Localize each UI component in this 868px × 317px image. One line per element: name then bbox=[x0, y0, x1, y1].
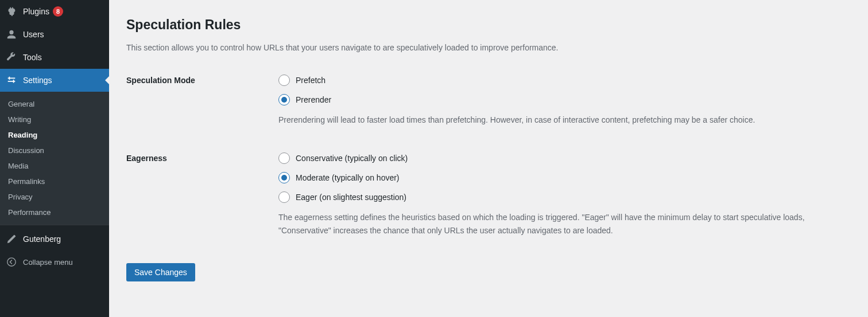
svg-point-0 bbox=[7, 258, 16, 266]
collapse-icon bbox=[6, 256, 17, 268]
radio-input[interactable] bbox=[278, 94, 290, 105]
radio-eager[interactable]: Eager (on slightest suggestion) bbox=[278, 191, 841, 203]
settings-submenu: General Writing Reading Discussion Media… bbox=[0, 92, 109, 225]
submenu-item-performance[interactable]: Performance bbox=[0, 205, 109, 220]
radio-label: Conservative (typically on click) bbox=[296, 154, 408, 163]
main-content: Speculation Rules This section allows yo… bbox=[109, 0, 868, 317]
radio-label: Moderate (typically on hover) bbox=[296, 173, 400, 182]
pencil-icon bbox=[6, 233, 17, 245]
eagerness-label: Eagerness bbox=[126, 152, 278, 163]
section-title: Speculation Rules bbox=[126, 17, 857, 33]
radio-label: Eager (on slightest suggestion) bbox=[296, 193, 406, 202]
speculation-mode-row: Speculation Mode Prefetch Prerender Prer… bbox=[126, 75, 857, 126]
radio-input[interactable] bbox=[278, 75, 290, 86]
collapse-menu-button[interactable]: Collapse menu bbox=[0, 251, 109, 273]
sidebar-item-label: Settings bbox=[23, 76, 52, 85]
radio-label: Prefetch bbox=[296, 76, 326, 85]
sidebar-item-tools[interactable]: Tools bbox=[0, 46, 109, 69]
collapse-label: Collapse menu bbox=[23, 258, 73, 267]
mode-help-text: Prerendering will lead to faster load ti… bbox=[278, 114, 841, 126]
radio-prefetch[interactable]: Prefetch bbox=[278, 75, 841, 86]
submenu-item-permalinks[interactable]: Permalinks bbox=[0, 174, 109, 189]
save-changes-button[interactable]: Save Changes bbox=[126, 263, 195, 281]
plug-icon bbox=[6, 6, 17, 17]
sidebar-item-label: Users bbox=[23, 30, 44, 39]
radio-input[interactable] bbox=[278, 172, 290, 183]
sliders-icon bbox=[6, 75, 17, 86]
sidebar-item-label: Gutenberg bbox=[23, 234, 61, 244]
submenu-item-discussion[interactable]: Discussion bbox=[0, 143, 109, 158]
section-description: This section allows you to control how U… bbox=[126, 42, 857, 54]
radio-prerender[interactable]: Prerender bbox=[278, 94, 841, 105]
sidebar-item-gutenberg[interactable]: Gutenberg bbox=[0, 228, 109, 251]
speculation-mode-label: Speculation Mode bbox=[126, 75, 278, 85]
radio-label: Prerender bbox=[296, 95, 331, 104]
radio-moderate[interactable]: Moderate (typically on hover) bbox=[278, 172, 841, 183]
radio-conservative[interactable]: Conservative (typically on click) bbox=[278, 152, 841, 164]
eagerness-field: Conservative (typically on click) Modera… bbox=[278, 152, 841, 237]
sidebar-item-label: Plugins bbox=[23, 7, 49, 16]
submenu-item-general[interactable]: General bbox=[0, 96, 109, 112]
sidebar-item-label: Tools bbox=[23, 53, 42, 62]
radio-input[interactable] bbox=[278, 191, 290, 203]
submenu-item-privacy[interactable]: Privacy bbox=[0, 189, 109, 205]
submenu-item-media[interactable]: Media bbox=[0, 158, 109, 174]
user-icon bbox=[6, 29, 17, 40]
submenu-item-reading[interactable]: Reading bbox=[0, 127, 109, 143]
eagerness-help-text: The eagerness setting defines the heuris… bbox=[278, 211, 841, 237]
wrench-icon bbox=[6, 52, 17, 63]
eagerness-row: Eagerness Conservative (typically on cli… bbox=[126, 152, 857, 237]
speculation-mode-field: Prefetch Prerender Prerendering will lea… bbox=[278, 75, 841, 126]
sidebar-item-settings[interactable]: Settings bbox=[0, 69, 109, 92]
radio-input[interactable] bbox=[278, 152, 290, 164]
submenu-item-writing[interactable]: Writing bbox=[0, 112, 109, 127]
sidebar-item-plugins[interactable]: Plugins 8 bbox=[0, 0, 109, 23]
admin-sidebar: Plugins 8 Users Tools Settings General W… bbox=[0, 0, 109, 317]
sidebar-item-users[interactable]: Users bbox=[0, 23, 109, 46]
plugins-update-badge: 8 bbox=[53, 6, 63, 17]
